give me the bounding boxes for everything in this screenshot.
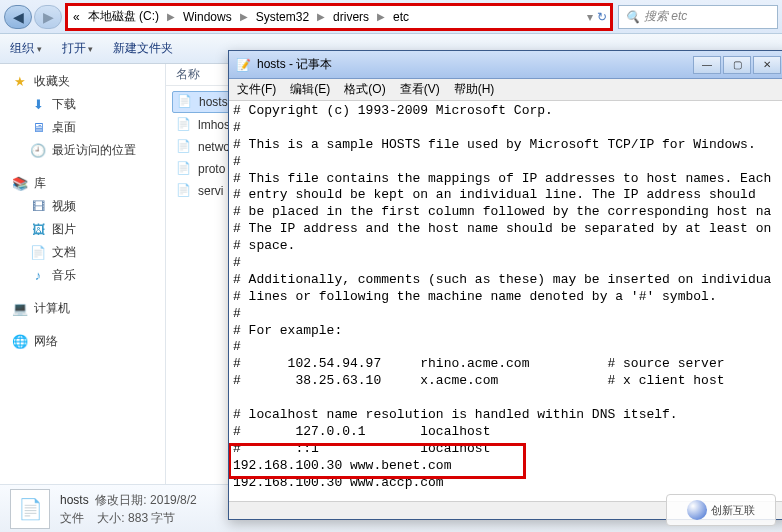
new-folder-button[interactable]: 新建文件夹 bbox=[113, 40, 173, 57]
sidebar-libraries[interactable]: 📚库 bbox=[0, 172, 165, 195]
watermark-text: 创新互联 bbox=[711, 503, 755, 518]
breadcrumb-item[interactable]: drivers bbox=[331, 10, 371, 24]
notepad-icon: 📝 bbox=[235, 57, 251, 73]
music-icon: ♪ bbox=[30, 268, 46, 284]
network-icon: 🌐 bbox=[12, 334, 28, 350]
file-icon: 📄 bbox=[176, 117, 192, 133]
details-type: 文件 bbox=[60, 511, 84, 525]
details-filename: hosts bbox=[60, 493, 89, 507]
details-date-label: 修改日期: bbox=[95, 493, 146, 507]
recent-icon: 🕘 bbox=[30, 143, 46, 159]
breadcrumb-item[interactable]: Windows bbox=[181, 10, 234, 24]
breadcrumb-chevrons: « bbox=[71, 10, 82, 24]
sidebar-item-downloads[interactable]: ⬇下载 bbox=[0, 93, 165, 116]
sidebar-network[interactable]: 🌐网络 bbox=[0, 330, 165, 353]
video-icon: 🎞 bbox=[30, 199, 46, 215]
details-date-value: 2019/8/2 bbox=[150, 493, 197, 507]
details-size-value: 883 字节 bbox=[128, 511, 175, 525]
sidebar-item-documents[interactable]: 📄文档 bbox=[0, 241, 165, 264]
sidebar-computer[interactable]: 💻计算机 bbox=[0, 297, 165, 320]
open-menu[interactable]: 打开 bbox=[62, 40, 94, 57]
star-icon: ★ bbox=[12, 74, 28, 90]
search-icon: 🔍 bbox=[625, 10, 640, 24]
sidebar-item-recent[interactable]: 🕘最近访问的位置 bbox=[0, 139, 165, 162]
forward-button[interactable]: ▶ bbox=[34, 5, 62, 29]
sidebar: ★收藏夹 ⬇下载 🖥桌面 🕘最近访问的位置 📚库 🎞视频 🖼图片 📄文档 ♪音乐… bbox=[0, 64, 166, 484]
picture-icon: 🖼 bbox=[30, 222, 46, 238]
address-dropdown-icon[interactable]: ▾ bbox=[587, 10, 593, 24]
breadcrumb-item[interactable]: System32 bbox=[254, 10, 311, 24]
menu-view[interactable]: 查看(V) bbox=[394, 79, 446, 100]
menu-format[interactable]: 格式(O) bbox=[338, 79, 391, 100]
sidebar-item-desktop[interactable]: 🖥桌面 bbox=[0, 116, 165, 139]
file-icon: 📄 bbox=[176, 161, 192, 177]
search-placeholder: 搜索 etc bbox=[644, 8, 687, 25]
document-icon: 📄 bbox=[30, 245, 46, 261]
sidebar-item-pictures[interactable]: 🖼图片 bbox=[0, 218, 165, 241]
notepad-textarea[interactable]: # Copyright (c) 1993-2009 Microsoft Corp… bbox=[229, 101, 782, 501]
desktop-icon: 🖥 bbox=[30, 120, 46, 136]
notepad-menubar: 文件(F) 编辑(E) 格式(O) 查看(V) 帮助(H) bbox=[229, 79, 782, 101]
details-size-label: 大小: bbox=[97, 511, 124, 525]
notepad-titlebar[interactable]: 📝 hosts - 记事本 ― ▢ ✕ bbox=[229, 51, 782, 79]
search-input[interactable]: 🔍 搜索 etc bbox=[618, 5, 778, 29]
notepad-title: hosts - 记事本 bbox=[257, 56, 693, 73]
notepad-window: 📝 hosts - 记事本 ― ▢ ✕ 文件(F) 编辑(E) 格式(O) 查看… bbox=[228, 50, 782, 520]
file-icon: 📄 bbox=[177, 94, 193, 110]
breadcrumb-item[interactable]: 本地磁盘 (C:) bbox=[86, 8, 161, 25]
sidebar-item-videos[interactable]: 🎞视频 bbox=[0, 195, 165, 218]
menu-edit[interactable]: 编辑(E) bbox=[284, 79, 336, 100]
address-row: ◀ ▶ « 本地磁盘 (C:)▶ Windows▶ System32▶ driv… bbox=[0, 0, 782, 34]
sidebar-favorites[interactable]: ★收藏夹 bbox=[0, 70, 165, 93]
nav-buttons: ◀ ▶ bbox=[4, 5, 62, 29]
watermark-logo-icon bbox=[687, 500, 707, 520]
file-icon: 📄 bbox=[176, 139, 192, 155]
notepad-content: # Copyright (c) 1993-2009 Microsoft Corp… bbox=[233, 103, 782, 491]
menu-file[interactable]: 文件(F) bbox=[231, 79, 282, 100]
address-bar[interactable]: « 本地磁盘 (C:)▶ Windows▶ System32▶ drivers▶… bbox=[66, 5, 612, 29]
back-button[interactable]: ◀ bbox=[4, 5, 32, 29]
watermark: 创新互联 bbox=[666, 494, 776, 526]
breadcrumb-item[interactable]: etc bbox=[391, 10, 411, 24]
download-icon: ⬇ bbox=[30, 97, 46, 113]
file-icon: 📄 bbox=[176, 183, 192, 199]
library-icon: 📚 bbox=[12, 176, 28, 192]
details-file-icon: 📄 bbox=[10, 489, 50, 529]
sidebar-item-music[interactable]: ♪音乐 bbox=[0, 264, 165, 287]
organize-menu[interactable]: 组织 bbox=[10, 40, 42, 57]
maximize-button[interactable]: ▢ bbox=[723, 56, 751, 74]
breadcrumb[interactable]: « 本地磁盘 (C:)▶ Windows▶ System32▶ drivers▶… bbox=[71, 8, 411, 25]
refresh-icon[interactable]: ↻ bbox=[597, 10, 607, 24]
menu-help[interactable]: 帮助(H) bbox=[448, 79, 501, 100]
computer-icon: 💻 bbox=[12, 301, 28, 317]
close-button[interactable]: ✕ bbox=[753, 56, 781, 74]
minimize-button[interactable]: ― bbox=[693, 56, 721, 74]
